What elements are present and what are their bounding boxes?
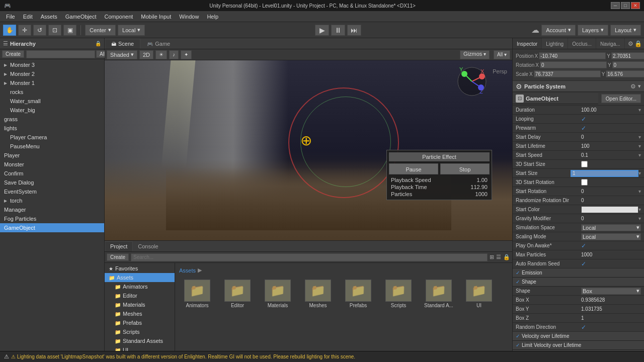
- asset-editor[interactable]: 📁 Editor: [219, 280, 256, 308]
- hier-item-monster1[interactable]: ▶ Monster 1: [0, 78, 104, 87]
- tab-console[interactable]: Console: [133, 241, 163, 251]
- hier-item-pausemenu[interactable]: PauseMenu: [0, 142, 104, 151]
- scale-tool[interactable]: ⊡: [48, 25, 61, 36]
- pos-x-input[interactable]: [539, 52, 606, 59]
- hier-item-playercamera[interactable]: Player Camera: [0, 133, 104, 142]
- account-dropdown[interactable]: Account ▾: [541, 25, 576, 36]
- hier-item-manager[interactable]: Manager: [0, 205, 104, 214]
- pos-y-input[interactable]: [611, 52, 644, 59]
- inspector-lock-icon[interactable]: 🔒: [634, 40, 642, 47]
- close-button[interactable]: ✕: [631, 2, 640, 9]
- hier-item-gameobject[interactable]: GameObject: [0, 223, 104, 232]
- asset-meshes[interactable]: 📁 Meshes: [300, 280, 336, 308]
- hier-item-torch[interactable]: ▶ torch: [0, 196, 104, 205]
- startsize-input[interactable]: [571, 170, 638, 177]
- scale-x-input[interactable]: [534, 70, 601, 77]
- hand-tool[interactable]: ✋: [3, 25, 16, 36]
- hier-item-monster3[interactable]: ▶ Monster 3: [0, 60, 104, 69]
- layers-dropdown[interactable]: Layers ▾: [578, 25, 608, 36]
- hierarchy-search-input[interactable]: [26, 50, 95, 58]
- hier-item-player[interactable]: Player: [0, 151, 104, 160]
- scalingmode-dropdown[interactable]: Local▾: [581, 233, 641, 240]
- hier-item-waterbig[interactable]: Water_big: [0, 106, 104, 115]
- rotate-tool[interactable]: ↺: [33, 25, 46, 36]
- 2d-button[interactable]: 2D: [139, 50, 153, 59]
- asset-scripts[interactable]: 📁 Scripts: [380, 280, 417, 308]
- hier-item-watersmall[interactable]: Water_small: [0, 97, 104, 106]
- menu-edit[interactable]: Edit: [19, 13, 37, 21]
- project-lock[interactable]: 🔒: [503, 254, 510, 260]
- project-list-toggle[interactable]: ☰: [496, 254, 501, 260]
- menu-file[interactable]: File: [2, 13, 19, 21]
- menu-mobileinput[interactable]: Mobile Input: [137, 13, 175, 21]
- play-button[interactable]: ▶: [315, 25, 329, 36]
- project-create-button[interactable]: Create: [107, 253, 129, 261]
- asset-materials[interactable]: 📁 Materials: [260, 280, 296, 308]
- menu-window[interactable]: Window: [175, 13, 203, 21]
- open-editor-button[interactable]: Open Editor...: [601, 94, 641, 103]
- tab-scene[interactable]: 🏔 Scene: [105, 39, 140, 49]
- hier-item-savedialog[interactable]: Save Dialog: [0, 178, 104, 187]
- ps-scripts[interactable]: 📁 Scripts: [105, 327, 175, 336]
- tab-project[interactable]: Project: [105, 241, 133, 251]
- limitvelocity-section-header[interactable]: ✓ Limit Velocity over Lifetime: [513, 341, 644, 350]
- menu-help[interactable]: Help: [203, 13, 222, 21]
- hierarchy-lock[interactable]: 🔒: [95, 41, 101, 46]
- velocity-section-header[interactable]: ✓ Velocity over Lifetime: [513, 332, 644, 341]
- hier-item-eventsystem[interactable]: EventSystem: [0, 187, 104, 196]
- ps-prefabs[interactable]: 📁 Prefabs: [105, 318, 175, 327]
- hier-item-rocks[interactable]: rocks: [0, 87, 104, 97]
- ps-ui[interactable]: 📁 UI: [105, 345, 175, 351]
- tab-navigation[interactable]: Naviga...: [596, 38, 624, 49]
- project-view-toggle[interactable]: ⊞: [490, 254, 494, 260]
- asset-standardassets[interactable]: 📁 Standard A...: [421, 280, 457, 308]
- cloud-icon[interactable]: ☁: [531, 25, 539, 35]
- menu-assets[interactable]: Assets: [37, 13, 61, 21]
- layout-dropdown[interactable]: Layout ▾: [610, 25, 641, 36]
- effects-toggle[interactable]: ✦: [181, 50, 192, 59]
- lighting-toggle[interactable]: ☀: [155, 50, 167, 59]
- ps-assets[interactable]: 📁 Assets: [105, 273, 175, 282]
- project-search-input[interactable]: [131, 253, 488, 261]
- ps-favorites[interactable]: ★ Favorites: [105, 264, 175, 273]
- hier-item-lights[interactable]: lights: [0, 124, 104, 133]
- audio-toggle[interactable]: ♪: [169, 50, 179, 59]
- hier-item-grass[interactable]: grass: [0, 115, 104, 124]
- 3dstartsize-checkbox[interactable]: [581, 161, 588, 167]
- minimize-button[interactable]: ─: [611, 2, 620, 9]
- stop-button[interactable]: Stop: [440, 163, 490, 174]
- shape-dropdown[interactable]: Box▾: [581, 288, 641, 295]
- center-dropdown[interactable]: Center ▾: [85, 25, 116, 36]
- ps-meshes[interactable]: 📁 Meshes: [105, 309, 175, 318]
- menu-gameobject[interactable]: GameObject: [61, 13, 101, 21]
- hierarchy-create-button[interactable]: Create: [2, 50, 24, 58]
- emission-section-header[interactable]: ✓ Emission: [513, 268, 644, 278]
- pause-button[interactable]: ⏸: [331, 25, 345, 36]
- move-tool[interactable]: ✛: [18, 25, 31, 36]
- hier-item-fogparticles[interactable]: Fog Particles: [0, 214, 104, 223]
- pause-button[interactable]: Pause: [389, 163, 438, 174]
- rect-tool[interactable]: ▣: [63, 25, 76, 36]
- rot-y-input[interactable]: [612, 61, 644, 68]
- asset-ui[interactable]: 📁 UI: [461, 280, 497, 308]
- viewport[interactable]: ⊕ X Y Z Persp: [105, 60, 512, 240]
- ps-standardassets[interactable]: 📁 Standard Assets: [105, 336, 175, 345]
- all-layers-dropdown[interactable]: All ▾: [494, 50, 510, 59]
- tab-lighting[interactable]: Lighting: [542, 38, 568, 49]
- rot-x-input[interactable]: [540, 61, 607, 68]
- tab-inspector[interactable]: Inspector: [513, 38, 542, 49]
- 3dstartrotation-checkbox[interactable]: [581, 179, 588, 186]
- ps-editor[interactable]: 📁 Editor: [105, 291, 175, 300]
- menu-component[interactable]: Component: [100, 13, 137, 21]
- hier-item-monster[interactable]: Monster: [0, 160, 104, 169]
- color-swatch[interactable]: [581, 206, 638, 213]
- maximize-button[interactable]: □: [621, 2, 630, 9]
- shape-section-header[interactable]: ✓ Shape: [513, 278, 644, 287]
- hier-item-confirm[interactable]: Confirm: [0, 169, 104, 178]
- tab-occlusion[interactable]: Occlus...: [568, 38, 596, 49]
- simspace-dropdown[interactable]: Local▾: [581, 224, 641, 231]
- particle-system-header[interactable]: ⚙ Particle System ⚙ ▾: [513, 81, 644, 92]
- shading-dropdown[interactable]: Shaded ▾: [107, 50, 137, 59]
- tab-game[interactable]: 🎮 Game: [140, 39, 177, 49]
- asset-animators[interactable]: 📁 Animators: [179, 280, 215, 308]
